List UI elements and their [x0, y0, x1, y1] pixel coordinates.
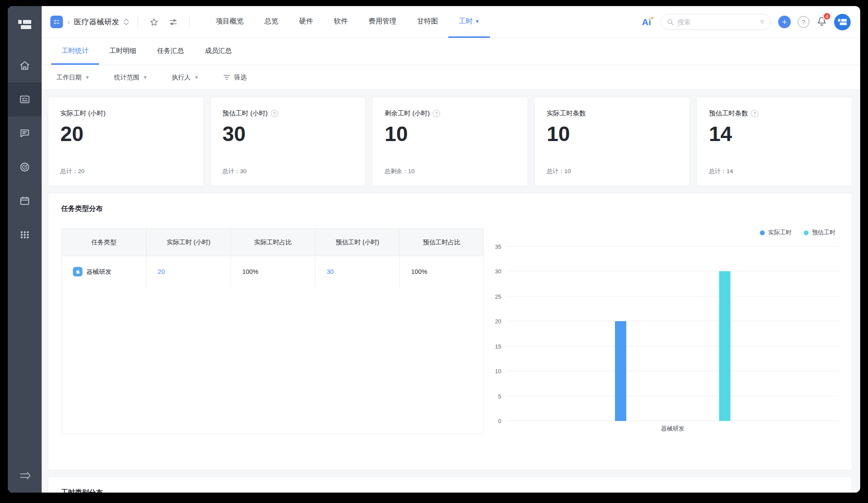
notifications-button[interactable]: 4: [816, 16, 827, 28]
card-value: 10: [385, 123, 516, 146]
nav-item-project-overview[interactable]: 项目概览: [205, 6, 254, 38]
tab-member-summary[interactable]: 成员汇总: [194, 38, 242, 65]
legend-item[interactable]: 实际工时: [760, 229, 792, 237]
question-icon: ?: [802, 18, 805, 26]
bar-预估工时[interactable]: [719, 271, 730, 421]
bar-实际工时[interactable]: [615, 321, 626, 421]
actual-pct-value: 100%: [231, 256, 316, 287]
apple-icon: [73, 267, 82, 276]
nav-item-summary[interactable]: 总览: [254, 6, 289, 38]
card-footer: 总剩余：10: [385, 168, 516, 175]
filter-assignee[interactable]: 执行人▼: [172, 73, 199, 82]
x-axis-label: 器械研发: [661, 425, 684, 433]
target-icon: [19, 161, 30, 173]
filter-bar: 工作日期▼ 统计范围▼ 执行人▼ 筛选: [42, 65, 860, 90]
home-icon: [19, 60, 30, 71]
card-footer: 总计：20: [60, 168, 191, 175]
card-title: 实际工时条数: [547, 109, 586, 118]
task-type-bar-chart: 实际工时预估工时 05101520253035 器械研发: [489, 228, 839, 434]
card-footer: 总计：14: [709, 168, 840, 175]
gridline: [506, 371, 839, 371]
card-value: 14: [709, 123, 840, 146]
nav-item-gantt[interactable]: 甘特图: [407, 6, 448, 38]
project-breadcrumb: › 医疗器械研发: [50, 6, 194, 38]
sidebar: [8, 6, 42, 493]
notification-badge: 4: [823, 12, 831, 20]
column-header: 实际工时占比: [231, 229, 316, 256]
stat-cards: 实际工时 (小时) 20 总计：20 预估工时 (小时)? 30 总计：30 剩…: [48, 97, 852, 186]
chart-x-axis: 器械研发: [506, 421, 839, 434]
project-settings-button[interactable]: [166, 17, 181, 27]
favorite-star-button[interactable]: [147, 17, 161, 27]
card-title: 预估工时 (小时): [223, 109, 268, 118]
card-value: 20: [60, 123, 191, 146]
gridline: [506, 246, 839, 247]
project-name[interactable]: 医疗器械研发: [74, 17, 119, 27]
breadcrumb-chevron-icon: ›: [67, 18, 69, 26]
table-row: 器械研发 20 100% 30 100%: [62, 256, 483, 287]
chart-legend: 实际工时预估工时: [489, 228, 839, 237]
tab-worktime-details[interactable]: 工时明细: [99, 38, 147, 65]
sidebar-item-apps[interactable]: [8, 218, 42, 252]
global-search[interactable]: [661, 14, 771, 30]
column-header: 任务类型: [62, 229, 147, 256]
column-header: 预估工时占比: [400, 229, 483, 256]
nav-item-expense[interactable]: 费用管理: [358, 6, 407, 38]
search-input[interactable]: [677, 18, 755, 26]
divider: [189, 16, 190, 28]
y-axis-tick: 5: [498, 393, 501, 399]
plus-icon: +: [782, 17, 787, 27]
topbar-actions: Ai✦ + ? 4: [642, 6, 851, 38]
task-type-name: 器械研发: [86, 268, 112, 276]
topbar: › 医疗器械研发 项目概览 总览 硬件 软件: [42, 6, 860, 38]
filter-stat-scope[interactable]: 统计范围▼: [114, 73, 148, 82]
y-axis-tick: 15: [495, 343, 501, 349]
ai-assistant-button[interactable]: Ai✦: [642, 17, 654, 27]
worktime-category-panel: 工时类别分布: [48, 477, 852, 493]
create-button[interactable]: +: [778, 16, 791, 28]
project-tile-icon[interactable]: [50, 16, 63, 28]
gridline: [506, 296, 839, 296]
chat-icon: [19, 128, 30, 139]
sidebar-collapse-button[interactable]: [16, 471, 33, 480]
worktime-tabs: 工时统计 工时明细 任务汇总 成员汇总: [42, 38, 860, 65]
panel-title: 工时类别分布: [61, 488, 839, 493]
search-icon: [667, 18, 674, 26]
tab-worktime-stats[interactable]: 工时统计: [51, 38, 99, 65]
gridline: [506, 396, 839, 396]
gridline: [506, 321, 839, 321]
nav-item-hardware[interactable]: 硬件: [289, 6, 323, 38]
tab-task-summary[interactable]: 任务汇总: [147, 38, 194, 65]
search-filter-icon[interactable]: [759, 19, 766, 26]
sidebar-item-messages[interactable]: [8, 116, 42, 150]
help-button[interactable]: ?: [798, 16, 809, 28]
y-axis-tick: 0: [498, 418, 501, 424]
nav-item-software[interactable]: 软件: [323, 6, 358, 38]
sidebar-item-calendar[interactable]: [8, 184, 42, 218]
divider: [138, 16, 138, 28]
card-title: 剩余工时 (小时): [385, 109, 430, 118]
chevron-down-icon: ▼: [143, 75, 148, 80]
help-circle-icon[interactable]: ?: [751, 110, 758, 117]
stat-card-actual-hours: 实际工时 (小时) 20 总计：20: [48, 97, 204, 186]
help-circle-icon[interactable]: ?: [271, 110, 278, 117]
app-logo-icon: [18, 20, 31, 31]
card-value: 10: [547, 123, 678, 146]
table-header-row: 任务类型 实际工时 (小时) 实际工时占比 预估工时 (小时) 预估工时占比: [62, 229, 483, 256]
estimated-hours-link[interactable]: 30: [327, 268, 334, 275]
legend-label: 实际工时: [768, 229, 792, 237]
nav-item-worktime[interactable]: 工时 ▼: [448, 6, 490, 38]
project-switcher-icon[interactable]: [124, 19, 129, 25]
main-area: › 医疗器械研发 项目概览 总览 硬件 软件: [42, 6, 860, 493]
help-circle-icon[interactable]: ?: [433, 110, 440, 117]
legend-item[interactable]: 预估工时: [804, 229, 835, 237]
sidebar-item-home[interactable]: [8, 49, 42, 82]
actual-hours-link[interactable]: 20: [158, 268, 165, 275]
sidebar-item-objectives[interactable]: [8, 150, 42, 184]
card-value: 30: [223, 123, 354, 146]
chart-plot-area: [506, 247, 839, 421]
filter-button[interactable]: 筛选: [223, 73, 247, 82]
avatar[interactable]: [834, 14, 851, 30]
sidebar-item-projects[interactable]: [8, 82, 42, 116]
filter-work-date[interactable]: 工作日期▼: [56, 73, 90, 82]
